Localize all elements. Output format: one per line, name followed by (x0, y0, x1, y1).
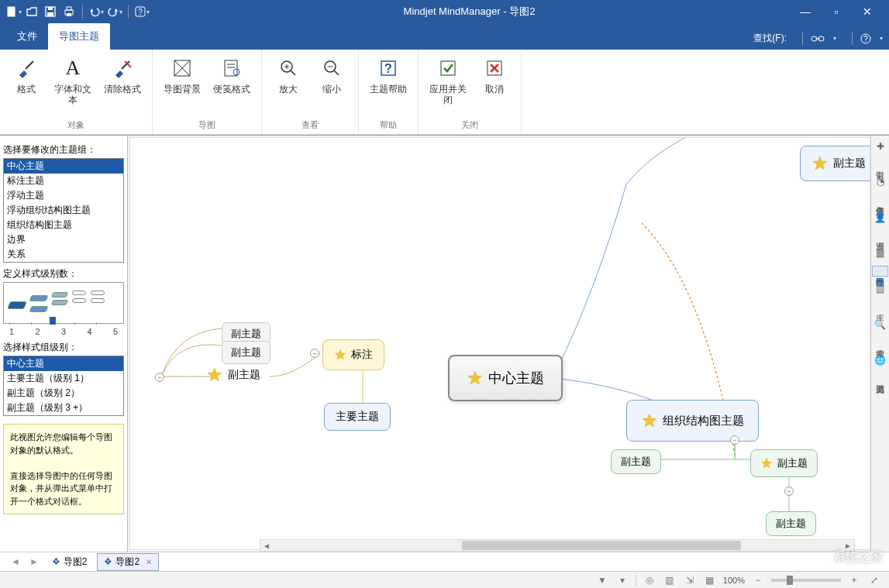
star-icon: ★ (641, 410, 658, 432)
topic-sub-cut[interactable]: ★ 副主题 (800, 146, 870, 181)
doc-icon: ❖ (104, 556, 112, 567)
theme-help-button[interactable]: ? 主题帮助 (367, 54, 410, 116)
note-format-button[interactable]: 便笺格式 (210, 54, 253, 116)
person-icon: 👤 (874, 211, 887, 224)
topic-sub-green[interactable]: 副主题 (611, 449, 661, 474)
topic-sub-green[interactable]: 副主题 (766, 511, 816, 536)
map-bg-button[interactable]: 导图背景 (160, 54, 204, 116)
fit-icon[interactable]: ⤢ (867, 574, 881, 586)
topic-sub-float[interactable]: ★ 副主题 (206, 364, 260, 386)
close-button[interactable]: ✕ (855, 3, 880, 20)
list-item[interactable]: 组织结构图主题 (4, 218, 123, 232)
qat-new-button[interactable]: ▾ (5, 3, 22, 20)
menu-file[interactable]: 文件 (6, 23, 48, 50)
group-label-view: 查看 (302, 116, 319, 132)
zoom-out-small[interactable]: − (751, 574, 765, 586)
levels-slider[interactable]: 1 2 3 4 5 (3, 327, 124, 336)
zoom-out-icon (319, 56, 344, 81)
svg-rect-31 (441, 61, 455, 75)
filter-dropdown-icon[interactable]: ▼ (595, 574, 609, 586)
font-text-button[interactable]: A 字体和文本 (51, 54, 95, 116)
list-item[interactable]: 副主题（级别 2） (4, 386, 123, 401)
tab-nav-left[interactable]: ◄ (8, 556, 23, 567)
search-icon: 🔍 (874, 318, 887, 331)
doc-tab[interactable]: ❖ 导图2 (45, 553, 95, 571)
calendar-icon[interactable]: ▦ (703, 574, 717, 586)
plus-icon[interactable]: ✚ (874, 140, 887, 153)
link-icon[interactable] (811, 33, 825, 44)
qat-redo-button[interactable]: ▾ (106, 3, 123, 20)
tab-map-theme[interactable]: 导图主题 (48, 23, 110, 50)
mindmap-canvas[interactable]: ★ 副主题 副主题 副主题 − ★ 副主题 − ★ 标注 主要主题 (129, 137, 870, 550)
list-item[interactable]: 浮动组织结构图主题 (4, 203, 123, 218)
topic-org[interactable]: ★ 组织结构图主题 (626, 400, 759, 442)
help-note: 此视图允许您编辑每个导图对象的默认格式。 直接选择导图中的任何导图对象，并从弹出… (3, 424, 124, 514)
doc-tab[interactable]: ❖ 导图2 ✕ (97, 553, 159, 571)
qat-open-button[interactable] (23, 3, 40, 20)
doc-icon: ❖ (52, 556, 60, 567)
rtab-index[interactable]: 索引 (872, 159, 888, 170)
map-bg-icon (170, 56, 195, 81)
rtab-browser[interactable]: 浏览器 (872, 373, 888, 383)
collapse-toggle[interactable]: − (784, 487, 794, 496)
list-item[interactable]: 中心主题 (4, 356, 123, 371)
target-icon[interactable]: ◎ (643, 574, 656, 586)
collapse-toggle[interactable]: − (730, 435, 739, 445)
scroll-thumb[interactable] (462, 541, 741, 550)
list-item[interactable]: 边界 (4, 232, 123, 247)
svg-line-27 (334, 70, 339, 75)
clear-format-button[interactable]: 清除格式 (101, 54, 144, 116)
list-item[interactable]: 中心主题 (4, 159, 123, 174)
zoom-in-button[interactable]: 放大 (270, 54, 307, 116)
ribbon: 格式 A 字体和文本 清除格式 对象 导图背景 便笺格式 导图 (0, 50, 889, 135)
zoom-slider[interactable] (771, 579, 841, 582)
window-title: Mindjet MindManager - 导图2 (155, 5, 784, 19)
group-label-map: 导图 (198, 116, 215, 132)
rtab-library[interactable]: 库 (872, 301, 888, 312)
expand-icon[interactable]: ⇲ (683, 574, 697, 586)
rtab-search[interactable]: 搜索 (872, 337, 888, 348)
apply-close-button[interactable]: 应用并关闭 (426, 54, 470, 116)
topic-sub[interactable]: 副主题 (222, 341, 270, 364)
minimize-button[interactable]: — (793, 3, 818, 20)
style-level-listbox[interactable]: 中心主题 主要主题（级别 1） 副主题（级别 2） 副主题（级别 3 +） (3, 356, 124, 416)
star-icon: ★ (467, 367, 484, 389)
format-button[interactable]: 格式 (8, 54, 45, 116)
layout-icon[interactable]: ▥ (663, 574, 677, 586)
qat-print-button[interactable] (60, 3, 78, 20)
topic-center[interactable]: ★ 中心主题 (448, 355, 563, 401)
zoom-out-button[interactable]: 缩小 (313, 54, 350, 116)
group-label-object: 对象 (67, 116, 84, 132)
collapse-toggle[interactable]: − (155, 373, 164, 382)
qat-undo-button[interactable]: ▾ (88, 3, 105, 20)
scroll-left[interactable]: ◄ (260, 540, 273, 551)
qat-save-button[interactable] (42, 3, 59, 20)
tab-nav-right[interactable]: ► (26, 556, 42, 567)
zoom-level: 100% (723, 576, 745, 585)
topic-sub-green[interactable]: ★ 副主题 (750, 449, 818, 477)
help-icon[interactable]: ? (860, 33, 871, 44)
cancel-button[interactable]: 取消 (476, 54, 513, 116)
collapse-toggle[interactable]: − (310, 349, 319, 358)
horizontal-scrollbar[interactable]: ◄ ► (260, 539, 855, 552)
qat-help-button[interactable]: ?▾ (133, 3, 150, 20)
theme-group-listbox[interactable]: 中心主题 标注主题 浮动主题 浮动组织结构图主题 组织结构图主题 边界 关系 (3, 158, 124, 263)
list-item[interactable]: 主要主题（级别 1） (4, 371, 123, 386)
list-item[interactable]: 关系 (4, 247, 123, 262)
list-item[interactable]: 副主题（级别 3 +） (4, 401, 123, 415)
topic-callout[interactable]: ★ 标注 (322, 339, 384, 370)
rtab-resource[interactable]: 资源 (872, 230, 888, 241)
funnel-icon[interactable]: ▾ (615, 574, 629, 586)
close-tab-icon[interactable]: ✕ (146, 558, 152, 566)
list-item[interactable]: 浮动主题 (4, 188, 123, 203)
svg-point-21 (233, 69, 239, 75)
rtab-task-info[interactable]: 任务信息 (872, 194, 888, 205)
svg-rect-2 (48, 7, 53, 10)
topic-main[interactable]: 主要主题 (324, 403, 391, 431)
list-item[interactable]: 标注主题 (4, 174, 123, 188)
maximize-button[interactable]: ▫ (824, 3, 849, 20)
rtab-map-parts[interactable]: 导图组件 (872, 266, 888, 277)
help-square-icon: ? (376, 56, 401, 81)
zoom-in-small[interactable]: + (847, 574, 861, 586)
grid-icon: ▦ (874, 247, 887, 260)
